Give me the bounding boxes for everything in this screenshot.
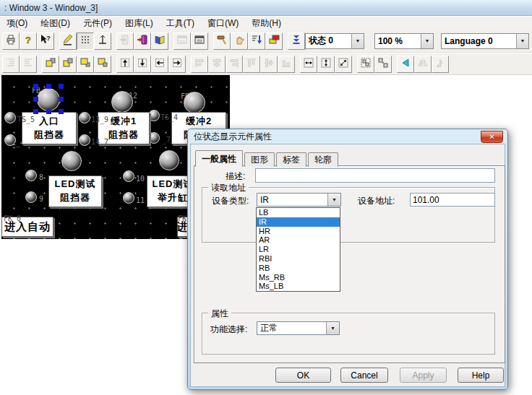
dropdown-option[interactable]: AR [257, 235, 340, 245]
tab-标签[interactable]: 标签 [276, 152, 306, 167]
canvas-text-line: 缓冲1 [111, 115, 137, 129]
canvas-text-line: 阻挡器 [34, 129, 64, 142]
nudge-right-button[interactable] [168, 56, 186, 73]
same-height-button[interactable] [317, 56, 335, 73]
menu-item[interactable]: 工具(T) [160, 17, 201, 30]
indicator-knob[interactable] [111, 91, 133, 113]
menu-item[interactable]: 绘图(D) [34, 17, 77, 30]
same-size-button[interactable] [335, 56, 352, 73]
description-field[interactable] [255, 168, 495, 183]
menu-item[interactable]: 图库(L) [119, 17, 160, 30]
nudge-up-button[interactable] [116, 56, 134, 73]
dropdown-option[interactable]: Ms_RB [257, 273, 340, 282]
align-center-icon [211, 57, 223, 71]
hammer-button[interactable] [213, 32, 231, 50]
grid-button[interactable] [77, 32, 94, 50]
printer-button[interactable] [2, 32, 20, 50]
help-button[interactable]: Help [458, 368, 504, 383]
snap-button[interactable] [94, 32, 111, 50]
layer-back-button[interactable] [59, 56, 77, 73]
selection-handle[interactable] [33, 84, 38, 89]
align-center-button [208, 56, 226, 73]
nudge-down-button[interactable] [134, 56, 151, 73]
state-combobox[interactable]: 状态 0 ▼ [305, 33, 364, 49]
selection-handle[interactable] [33, 109, 38, 114]
toolbar-main: ?? 状态 0 ▼ 100 % ▼ Language 0 ▼ [0, 30, 532, 53]
menu-item[interactable]: 元件(P) [77, 17, 119, 30]
group-button[interactable] [357, 56, 374, 73]
menu-item[interactable]: 窗口(W) [201, 17, 245, 30]
indicator-knob[interactable] [123, 192, 134, 204]
indicator-knob[interactable] [79, 112, 90, 123]
selection-handle[interactable] [33, 97, 38, 102]
function-select-combobox[interactable]: 正常 ▼ [257, 321, 340, 335]
dialog-title-bar[interactable]: 位状态显示元件属性 [188, 129, 507, 144]
chevron-down-icon[interactable]: ▼ [516, 34, 528, 48]
menu-item[interactable]: 项(O) [0, 17, 34, 30]
pencil-button[interactable] [59, 32, 77, 50]
selection-handle[interactable] [46, 84, 51, 89]
indicator-knob[interactable] [37, 88, 60, 111]
ok-button[interactable]: OK [275, 368, 331, 383]
dropdown-option[interactable]: HR [257, 227, 340, 236]
chevron-down-icon[interactable]: ▼ [327, 194, 340, 206]
nudge-left-button[interactable] [151, 56, 168, 73]
selection-handle[interactable] [59, 97, 64, 102]
layer-down-button[interactable] [94, 56, 111, 73]
tab-一般属性[interactable]: 一般属性 [195, 150, 243, 167]
device-type-combobox[interactable]: IR ▼ [257, 193, 341, 207]
function-select-label: 功能选择: [210, 324, 247, 336]
dropdown-option[interactable]: LR [257, 245, 340, 254]
layer-up-button[interactable] [77, 56, 94, 73]
menu-item[interactable]: 帮助(H) [245, 17, 288, 30]
dropdown-option[interactable]: RBI [257, 254, 340, 264]
context-help-button[interactable]: ? [37, 32, 54, 50]
flip-left-button[interactable] [397, 56, 414, 73]
language-combobox[interactable]: Language 0 ▼ [441, 33, 529, 49]
overlap-button[interactable] [265, 32, 283, 50]
close-window-icon [119, 34, 131, 48]
indicator-knob[interactable] [4, 134, 16, 146]
indicator-knob[interactable] [148, 132, 160, 144]
report-panel-icon [194, 34, 205, 48]
same-width-button[interactable] [300, 56, 317, 73]
indicator-knob[interactable] [25, 191, 37, 203]
address-tag: 10 [136, 175, 145, 183]
dropdown-option[interactable]: RB [257, 264, 340, 273]
description-label: 描述: [226, 170, 245, 183]
indicator-knob[interactable] [123, 170, 134, 182]
chevron-down-icon[interactable]: ▼ [421, 34, 433, 48]
sort-button[interactable] [248, 32, 265, 50]
indicator-knob[interactable] [79, 134, 90, 146]
help-button[interactable]: ? [20, 32, 37, 50]
selection-handle[interactable] [59, 109, 64, 114]
zoom-combobox[interactable]: 100 % ▼ [374, 33, 434, 49]
open-library-button[interactable] [151, 32, 168, 50]
ungroup-button[interactable] [374, 56, 392, 73]
layer-front-button[interactable] [42, 56, 59, 73]
indicator-knob[interactable] [4, 112, 16, 123]
import-library-button[interactable] [134, 32, 151, 50]
indicator-knob[interactable] [184, 92, 205, 113]
hand-button[interactable] [231, 32, 248, 50]
download-button[interactable] [288, 32, 305, 50]
address-tag: 13_9 [91, 116, 108, 123]
selection-handle[interactable] [46, 109, 51, 114]
dropdown-option[interactable]: Ms_LB [257, 282, 340, 291]
close-button[interactable]: ✕ [481, 131, 503, 143]
report-panel-button[interactable] [191, 32, 208, 50]
indicator-knob[interactable] [159, 150, 179, 170]
selection-handle[interactable] [59, 84, 64, 89]
indicator-knob[interactable] [148, 110, 160, 121]
dropdown-option[interactable]: IR [257, 217, 340, 227]
tab-轮廓[interactable]: 轮廓 [308, 152, 338, 167]
chevron-down-icon[interactable]: ▼ [351, 34, 364, 48]
canvas-text-label[interactable]: LED测试阻挡器 [48, 175, 102, 207]
indicator-knob[interactable] [25, 170, 37, 181]
dropdown-option[interactable]: LB [257, 208, 340, 217]
chevron-down-icon[interactable]: ▼ [326, 322, 339, 334]
indicator-knob[interactable] [61, 151, 82, 171]
cancel-button[interactable]: Cancel [340, 368, 388, 383]
tab-图形[interactable]: 图形 [244, 152, 275, 167]
device-address-field[interactable] [410, 193, 495, 207]
